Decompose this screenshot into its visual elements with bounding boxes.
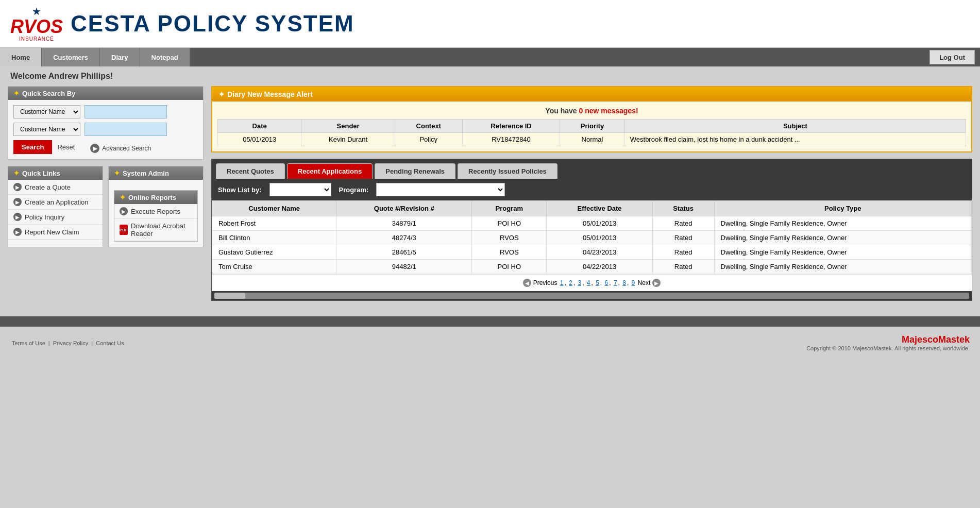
contact-link[interactable]: Contact Us — [96, 340, 124, 346]
prev-page-arrow[interactable]: ◀ — [523, 279, 531, 287]
search-field2-input[interactable] — [85, 123, 167, 136]
pagination: ◀ Previous 1, 2, 3, 4, 5, 6, 7, 8, 9 Nex… — [212, 274, 972, 291]
next-page-arrow[interactable]: ▶ — [652, 279, 661, 287]
footer: Terms of Use | Privacy Policy | Contact … — [0, 327, 980, 359]
quote-revision-cell: 28461/5 — [336, 245, 472, 260]
mastek-text: Mastek — [938, 334, 970, 345]
tab-recent-applications[interactable]: Recent Applications — [287, 163, 373, 179]
system-title: CESTA POLICY SYSTEM — [71, 11, 354, 37]
page-numbers: 1, 2, 3, 4, 5, 6, 7, 8, 9 — [559, 279, 638, 286]
scroll-thumb[interactable] — [214, 293, 245, 299]
link-create-app[interactable]: ▶ Create an Application — [8, 195, 103, 210]
tab-recently-issued[interactable]: Recently Issued Policies — [458, 163, 557, 179]
diary-alert: ✦ Diary New Message Alert You have 0 new… — [211, 86, 972, 153]
nav-customers[interactable]: Customers — [42, 48, 100, 66]
logout-button[interactable]: Log Out — [930, 50, 975, 64]
program-select[interactable] — [376, 183, 505, 196]
table-row[interactable]: Robert Frost34879/1POI HO05/01/2013Rated… — [212, 216, 972, 231]
scroll-bar[interactable] — [214, 293, 969, 299]
diary-col-subject: Subject — [624, 120, 966, 133]
page-3[interactable]: 3 — [578, 279, 581, 286]
nav-notepad[interactable]: Notepad — [140, 48, 190, 66]
advanced-search-link[interactable]: ▶ Advanced Search — [90, 144, 151, 153]
next-page-label[interactable]: Next — [638, 279, 652, 286]
quick-links-icon: ✦ — [13, 169, 20, 177]
link-policy-inquiry[interactable]: ▶ Policy Inquiry — [8, 210, 103, 225]
diary-message: You have 0 new messages! — [217, 107, 966, 115]
footer-links: Terms of Use | Privacy Policy | Contact … — [10, 340, 126, 346]
copyright-text: Copyright © 2010 MajescoMastek. All righ… — [806, 345, 970, 351]
quick-search-header: ✦ Quick Search By — [8, 87, 203, 100]
page-1[interactable]: 1 — [560, 279, 564, 286]
status-cell: Rated — [652, 216, 714, 231]
link-report-claim[interactable]: ▶ Report New Claim — [8, 225, 103, 240]
online-reports-icon: ✦ — [120, 193, 126, 201]
customer-name-cell: Tom Cruise — [212, 260, 336, 274]
create-quote-label: Create a Quote — [25, 183, 71, 191]
table-row[interactable]: Bill Clinton48274/3RVOS05/01/2013RatedDw… — [212, 231, 972, 245]
program-label: Program: — [339, 186, 369, 194]
col-customer-name: Customer Name — [212, 201, 336, 216]
diary-alert-body: You have 0 new messages! Date Sender Con… — [212, 101, 971, 151]
tab-pending-renewals[interactable]: Pending Renewals — [375, 163, 455, 179]
program-cell: POI HO — [472, 216, 547, 231]
diary-table-row[interactable]: 05/01/2013 Kevin Durant Policy RV1847284… — [218, 133, 966, 146]
table-body: Robert Frost34879/1POI HO05/01/2013Rated… — [212, 216, 972, 274]
main-content: ✦ Quick Search By Customer Name Policy N… — [0, 86, 980, 309]
effective-date-cell: 04/22/2013 — [547, 260, 652, 274]
table-row[interactable]: Gustavo Gutierrez28461/5RVOS04/23/2013Ra… — [212, 245, 972, 260]
quick-links-box: ✦ Quick Links ▶ Create a Quote ▶ Create … — [8, 166, 103, 247]
search-button[interactable]: Search — [13, 140, 52, 154]
data-table-wrapper: Customer Name Quote #/Revision # Program… — [212, 200, 972, 291]
quick-search-content: Customer Name Policy Number Quote Number… — [8, 100, 203, 159]
search-field2-select[interactable]: Customer Name Policy Number Quote Number — [13, 123, 80, 136]
nav-diary[interactable]: Diary — [100, 48, 140, 66]
reset-link[interactable]: Reset — [57, 143, 75, 151]
download-acrobat-item[interactable]: PDF Download Acrobat Reader — [114, 219, 197, 241]
policy-type-cell: Dwelling, Single Family Residence, Owner — [714, 245, 971, 260]
execute-reports-item[interactable]: ▶ Execute Reports — [114, 204, 197, 219]
col-quote-revision: Quote #/Revision # — [336, 201, 472, 216]
show-list-select[interactable] — [269, 183, 331, 196]
system-admin-box: ✦ System Admin ✦ Online Reports ▶ Ex — [108, 166, 204, 247]
bottom-panels: ✦ Quick Links ▶ Create a Quote ▶ Create … — [8, 166, 204, 247]
page-7[interactable]: 7 — [614, 279, 617, 286]
link-create-quote[interactable]: ▶ Create a Quote — [8, 180, 103, 195]
diary-col-context: Context — [395, 120, 462, 133]
execute-reports-icon: ▶ — [120, 207, 128, 215]
footer-logo: MajescoMastek — [806, 334, 970, 345]
table-row[interactable]: Tom Cruise94482/1POI HO04/22/2013RatedDw… — [212, 260, 972, 274]
page-6[interactable]: 6 — [605, 279, 609, 286]
online-reports-box: ✦ Online Reports ▶ Execute Reports PDF D… — [114, 190, 198, 242]
diary-alert-header: ✦ Diary New Message Alert — [212, 87, 971, 101]
prev-page-label[interactable]: Previous — [533, 279, 559, 286]
page-8[interactable]: 8 — [622, 279, 626, 286]
navbar: Home Customers Diary Notepad Log Out — [0, 48, 980, 66]
logo-area: ★ RVOS INSURANCE CESTA POLICY SYSTEM — [10, 5, 354, 42]
tab-recent-quotes[interactable]: Recent Quotes — [216, 163, 285, 179]
diary-context-cell: Policy — [395, 133, 462, 146]
page-9[interactable]: 9 — [632, 279, 635, 286]
status-cell: Rated — [652, 245, 714, 260]
policy-type-cell: Dwelling, Single Family Residence, Owner — [714, 260, 971, 274]
effective-date-cell: 05/01/2013 — [547, 216, 652, 231]
search-row-1: Customer Name Policy Number Quote Number — [13, 105, 198, 118]
page-header: ★ RVOS INSURANCE CESTA POLICY SYSTEM — [0, 0, 980, 48]
search-field1-input[interactable] — [85, 105, 167, 118]
terms-link[interactable]: Terms of Use — [12, 340, 45, 346]
nav-home[interactable]: Home — [0, 48, 42, 66]
page-4[interactable]: 4 — [587, 279, 590, 286]
majesco-text: Majesco — [902, 334, 938, 345]
page-5[interactable]: 5 — [596, 279, 599, 286]
program-cell: POI HO — [472, 260, 547, 274]
quick-links-title: Quick Links — [22, 170, 60, 177]
privacy-link[interactable]: Privacy Policy — [53, 340, 88, 346]
footer-bar — [0, 316, 980, 327]
diary-col-reference: Reference ID — [462, 120, 560, 133]
online-reports-title: Online Reports — [128, 194, 176, 201]
system-admin-header: ✦ System Admin — [109, 166, 203, 180]
page-2[interactable]: 2 — [569, 279, 572, 286]
execute-reports-label: Execute Reports — [131, 208, 180, 215]
search-field1-select[interactable]: Customer Name Policy Number Quote Number — [13, 105, 80, 118]
diary-subject-cell: Westbrook filed claim, lost his home in … — [624, 133, 966, 146]
